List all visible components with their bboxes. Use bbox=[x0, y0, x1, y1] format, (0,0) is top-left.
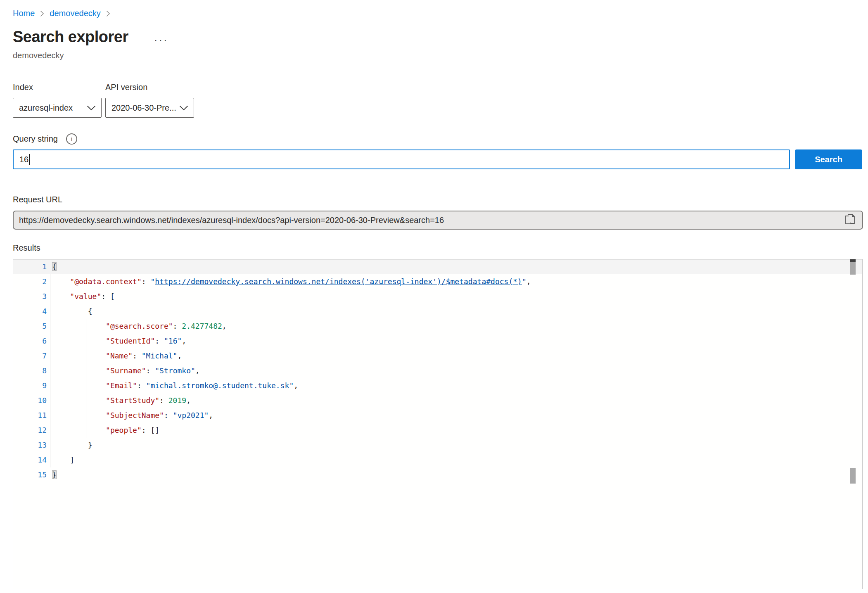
scrollbar-thumb[interactable] bbox=[850, 262, 856, 275]
code-line-text: "StudentId": "16", bbox=[52, 334, 186, 349]
results-editor[interactable]: 1{2 "@odata.context": "https://demovedec… bbox=[13, 259, 863, 589]
code-line[interactable]: 8 "Surname": "Stromko", bbox=[13, 363, 862, 378]
code-line-text: "StartStudy": 2019, bbox=[52, 393, 191, 408]
code-line[interactable]: 7 "Name": "Michal", bbox=[13, 349, 862, 363]
breadcrumb: Home demovedecky bbox=[13, 0, 868, 18]
breadcrumb-link-home[interactable]: Home bbox=[13, 9, 35, 18]
chevron-down-icon bbox=[87, 105, 96, 111]
code-line-text: "Surname": "Stromko", bbox=[52, 363, 200, 378]
code-line-text: { bbox=[52, 304, 92, 319]
code-line-text: "@search.score": 2.4277482, bbox=[52, 319, 227, 334]
code-line-text: ] bbox=[52, 453, 74, 467]
code-line[interactable]: 15} bbox=[13, 467, 862, 482]
line-number: 2 bbox=[13, 274, 47, 289]
index-field: Index azuresql-index bbox=[13, 83, 102, 118]
code-line-text: { bbox=[52, 259, 57, 274]
breadcrumb-link-demovedecky[interactable]: demovedecky bbox=[50, 9, 100, 18]
query-string-label: Query string bbox=[13, 134, 58, 144]
page-subtitle: demovedecky bbox=[13, 51, 868, 60]
title-row: Search explorer ··· bbox=[13, 28, 868, 46]
line-number: 13 bbox=[13, 438, 47, 453]
selects-row: Index azuresql-index API version 2020-06… bbox=[13, 83, 868, 118]
chevron-down-icon bbox=[179, 105, 188, 111]
line-number: 5 bbox=[13, 319, 47, 334]
index-select[interactable]: azuresql-index bbox=[13, 98, 102, 118]
search-button[interactable]: Search bbox=[795, 149, 862, 169]
code-line[interactable]: 9 "Email": "michal.stromko@.student.tuke… bbox=[13, 378, 862, 393]
api-version-select-value: 2020-06-30-Pre... bbox=[111, 103, 176, 113]
line-number: 3 bbox=[13, 289, 47, 304]
code-line[interactable]: 6 "StudentId": "16", bbox=[13, 334, 862, 349]
line-number: 8 bbox=[13, 363, 47, 378]
code-line[interactable]: 5 "@search.score": 2.4277482, bbox=[13, 319, 862, 334]
query-row: 16 Search bbox=[13, 149, 868, 169]
query-label-row: Query string i bbox=[13, 133, 868, 145]
code-line[interactable]: 11 "SubjectName": "vp2021", bbox=[13, 408, 862, 423]
code-line-text: "Name": "Michal", bbox=[52, 349, 182, 363]
text-cursor bbox=[29, 154, 30, 165]
search-explorer-page: Home demovedecky Search explorer ··· dem… bbox=[0, 0, 868, 589]
request-url-label: Request URL bbox=[13, 195, 868, 204]
api-version-field: API version 2020-06-30-Pre... bbox=[105, 83, 194, 118]
code-line-text: } bbox=[52, 438, 92, 453]
index-select-value: azuresql-index bbox=[19, 103, 73, 113]
chevron-right-icon bbox=[106, 10, 110, 17]
code-line[interactable]: 10 "StartStudy": 2019, bbox=[13, 393, 862, 408]
code-line-text: } bbox=[52, 467, 57, 482]
line-number: 1 bbox=[13, 259, 47, 274]
line-number: 15 bbox=[13, 467, 47, 482]
query-string-value: 16 bbox=[19, 155, 28, 164]
code-line-text: "@odata.context": "https://demovedecky.s… bbox=[52, 274, 531, 289]
line-number: 11 bbox=[13, 408, 47, 423]
code-line-text: "people": [] bbox=[52, 423, 159, 438]
code-line[interactable]: 14 ] bbox=[13, 453, 862, 467]
api-version-label: API version bbox=[105, 83, 194, 92]
code-line-text: "value": [ bbox=[52, 289, 115, 304]
page-title: Search explorer bbox=[13, 28, 128, 46]
line-number: 6 bbox=[13, 334, 47, 349]
results-editor-lines: 1{2 "@odata.context": "https://demovedec… bbox=[13, 259, 862, 482]
line-number: 14 bbox=[13, 453, 47, 467]
code-line-text: "Email": "michal.stromko@.student.tuke.s… bbox=[52, 378, 298, 393]
results-label: Results bbox=[13, 243, 868, 253]
overview-ruler-track bbox=[850, 259, 850, 589]
copy-icon[interactable] bbox=[844, 213, 857, 227]
info-icon[interactable]: i bbox=[66, 133, 77, 145]
line-number: 9 bbox=[13, 378, 47, 393]
code-line[interactable]: 12 "people": [] bbox=[13, 423, 862, 438]
line-number: 4 bbox=[13, 304, 47, 319]
query-string-input[interactable]: 16 bbox=[13, 149, 790, 169]
code-line[interactable]: 4 { bbox=[13, 304, 862, 319]
request-url-bar: https://demovedecky.search.windows.net/i… bbox=[13, 211, 863, 230]
overview-ruler-bracket-mark bbox=[850, 468, 856, 484]
line-number: 10 bbox=[13, 393, 47, 408]
line-number: 12 bbox=[13, 423, 47, 438]
code-line[interactable]: 1{ bbox=[13, 259, 862, 274]
code-line[interactable]: 13 } bbox=[13, 438, 862, 453]
code-line[interactable]: 2 "@odata.context": "https://demovedecky… bbox=[13, 274, 862, 289]
chevron-right-icon bbox=[40, 10, 44, 17]
api-version-select[interactable]: 2020-06-30-Pre... bbox=[105, 98, 194, 118]
index-label: Index bbox=[13, 83, 102, 92]
line-number: 7 bbox=[13, 349, 47, 363]
code-line[interactable]: 3 "value": [ bbox=[13, 289, 862, 304]
code-line-text: "SubjectName": "vp2021", bbox=[52, 408, 213, 423]
request-url-value: https://demovedecky.search.windows.net/i… bbox=[19, 216, 844, 225]
ellipsis-icon[interactable]: ··· bbox=[154, 35, 168, 45]
